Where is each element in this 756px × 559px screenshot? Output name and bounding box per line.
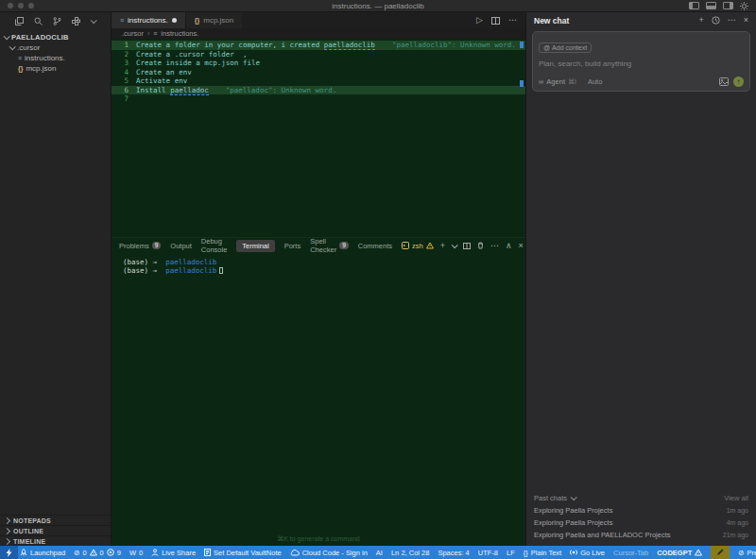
tab-label: mcp.json	[203, 16, 233, 25]
close-window-button[interactable]	[8, 3, 13, 8]
code-line[interactable]: 7	[112, 94, 525, 104]
breadcrumb-folder[interactable]: .cursor	[122, 29, 144, 38]
chat-close-icon[interactable]: ×	[744, 16, 748, 25]
panel-more-icon[interactable]: ⋯	[490, 242, 499, 250]
tree-item-mcp-json-file[interactable]: {} mcp.json	[0, 63, 111, 74]
past-chat-item[interactable]: Exploring Paella Projects 4m ago	[534, 517, 748, 529]
code-line[interactable]: 1 Create a folder in your computer, i cr…	[112, 41, 525, 50]
terminal-hint: ⌘K to generate a command	[112, 535, 525, 543]
tab-comments[interactable]: Comments	[358, 242, 392, 250]
more-actions-icon[interactable]: ⋯	[508, 16, 517, 25]
split-terminal-icon[interactable]	[463, 243, 471, 249]
tab-instructions[interactable]: ≡ instructions.	[112, 12, 185, 28]
chat-history-clock-icon[interactable]	[712, 16, 720, 25]
cursor-tab-status[interactable]: Cursor-Tab	[613, 549, 648, 557]
source-control-icon[interactable]	[53, 17, 61, 25]
explorer-icon[interactable]	[15, 17, 24, 25]
prettier-status[interactable]: ⊘ Prettier	[738, 549, 756, 557]
agent-mode-selector[interactable]: ∞ Agent ⌘I	[539, 77, 576, 86]
remote-indicator[interactable]	[0, 546, 18, 559]
section-notepads[interactable]: NOTEPADS	[0, 515, 111, 525]
send-button[interactable]: ↑	[733, 76, 744, 87]
indentation-setting[interactable]: Spaces: 4	[438, 549, 469, 557]
misspelled-word[interactable]: paelladoc	[170, 86, 209, 95]
misspelled-word[interactable]: paelladoclib	[324, 41, 375, 50]
tab-debug-console[interactable]: Debug Console	[201, 237, 228, 254]
attach-image-icon[interactable]	[719, 77, 729, 86]
breadcrumb-file[interactable]: instructions.	[161, 29, 198, 38]
go-live-button[interactable]: Go Live	[570, 549, 605, 557]
codegpt-button[interactable]: CODEGPT	[657, 549, 702, 557]
ai-status[interactable]: AI	[376, 549, 383, 557]
chat-input-box[interactable]: @ Add context Plan, search, build anythi…	[532, 31, 750, 92]
view-all-link[interactable]: View all	[724, 494, 748, 502]
warning-icon	[426, 242, 434, 249]
add-context-chip[interactable]: @ Add context	[539, 42, 592, 53]
tab-terminal[interactable]: Terminal	[236, 240, 274, 252]
code-line[interactable]: 2 Create a .cursor folder ,	[112, 50, 525, 59]
tab-mcp-json[interactable]: {} mcp.json	[185, 12, 242, 28]
w-icon: W	[129, 549, 136, 557]
encoding-setting[interactable]: UTF-8	[478, 549, 498, 557]
explorer-root[interactable]: PAELLADOCLIB	[0, 32, 111, 42]
code-editor[interactable]: 1 Create a folder in your computer, i cr…	[112, 39, 525, 237]
toggle-secondary-sidebar-icon[interactable]	[723, 2, 733, 9]
code-text: Create a folder in your computer, i crea…	[136, 41, 324, 49]
launchpad-button[interactable]: Launchpad	[20, 549, 65, 557]
vault-note-button[interactable]: Set Default VaultNote	[204, 549, 282, 557]
file-icon: ≡	[18, 55, 22, 61]
toggle-panel-icon[interactable]	[706, 2, 716, 9]
problems-status[interactable]: ⊘ 0 0 9	[74, 549, 121, 557]
code-line[interactable]: 5 Activate env	[112, 76, 525, 86]
run-file-icon[interactable]: ▷	[476, 16, 483, 25]
tab-output[interactable]: Output	[170, 242, 192, 250]
section-label: OUTLINE	[13, 528, 43, 534]
tab-spell-checker[interactable]: Spell Checker 9	[310, 237, 349, 254]
code-line[interactable]: 4 Create an env	[112, 68, 525, 77]
extensions-icon[interactable]	[72, 17, 80, 25]
search-icon[interactable]	[34, 17, 43, 25]
new-terminal-icon[interactable]: +	[440, 242, 445, 250]
past-chat-item[interactable]: Exploring Paella and PAELLADOC Projects …	[534, 529, 748, 541]
chat-input-placeholder[interactable]: Plan, search, build anything	[539, 59, 744, 68]
terminal-dropdown-chevron-icon[interactable]	[452, 242, 458, 248]
section-outline[interactable]: OUTLINE	[0, 525, 111, 535]
toggle-sidebar-icon[interactable]	[689, 2, 699, 9]
tab-ports[interactable]: Ports	[284, 242, 301, 250]
breadcrumb[interactable]: .cursor › ≡ instructions.	[112, 28, 525, 39]
cloud-code-signin-button[interactable]: Cloud Code - Sign in	[290, 549, 368, 557]
past-chats-header[interactable]: Past chats View all	[534, 492, 748, 504]
tree-item-instructions-file[interactable]: ≡ instructions.	[0, 53, 111, 63]
close-panel-icon[interactable]: ×	[519, 242, 524, 250]
warning-icon	[695, 549, 702, 556]
terminal-shell-selector[interactable]: zsh	[402, 242, 434, 250]
past-chat-item[interactable]: Exploring Paella Projects 1m ago	[534, 504, 748, 517]
sidebar-bottom-sections: NOTEPADS OUTLINE TIMELINE	[0, 515, 111, 546]
chat-more-icon[interactable]: ⋯	[728, 16, 736, 25]
language-mode[interactable]: {} Plain Text	[524, 549, 561, 557]
new-chat-plus-icon[interactable]: +	[698, 16, 703, 25]
share-icon	[151, 549, 159, 556]
terminal-output[interactable]: (base) → paelladoclib (base) → paelladoc…	[112, 253, 525, 275]
code-line[interactable]: 6 Install paelladoc"paelladoc": Unknown …	[112, 86, 525, 95]
zoom-window-button[interactable]	[28, 3, 34, 8]
line-number: 4	[112, 68, 136, 77]
tab-problems[interactable]: Problems 9	[119, 242, 161, 250]
settings-gear-icon[interactable]	[740, 2, 748, 10]
section-timeline[interactable]: TIMELINE	[0, 535, 111, 546]
breadcrumb-separator-icon: ›	[147, 30, 149, 37]
eol-setting[interactable]: LF	[507, 549, 515, 557]
cursor-position[interactable]: Ln 2, Col 28	[391, 549, 429, 557]
code-line[interactable]: 3 Create inside a mcp.json file	[112, 59, 525, 68]
split-editor-icon[interactable]	[491, 17, 500, 25]
live-share-button[interactable]: Live Share	[151, 549, 196, 557]
status-warning-item[interactable]	[711, 546, 730, 559]
kill-terminal-trash-icon[interactable]	[477, 242, 484, 249]
unsaved-dot-icon[interactable]	[172, 18, 177, 23]
tree-item-cursor-folder[interactable]: .cursor	[0, 42, 111, 53]
w-status[interactable]: W 0	[129, 549, 143, 557]
maximize-panel-icon[interactable]: ∧	[506, 242, 512, 250]
minimize-window-button[interactable]	[18, 3, 24, 8]
model-selector[interactable]: Auto	[588, 77, 602, 86]
more-views-chevron-icon[interactable]	[91, 17, 97, 24]
